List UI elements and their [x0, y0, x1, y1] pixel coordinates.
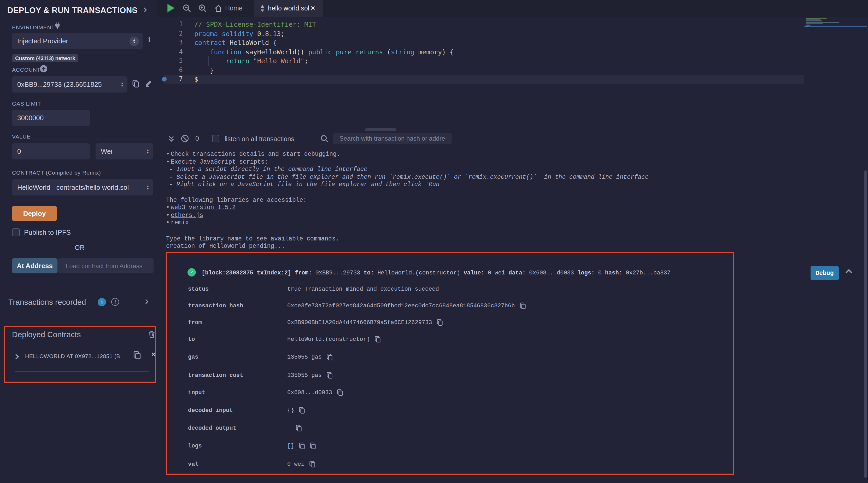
environment-select[interactable]: Injected Provider ▲ ▼ [12, 33, 143, 49]
code-line[interactable]: pragma solidity 0.8.13; [194, 29, 285, 38]
transactions-info-icon[interactable]: i [111, 298, 119, 306]
copy-value-icon[interactable] [299, 407, 305, 414]
receipt-value-text: 135055 gas [287, 353, 322, 361]
account-stepper-icon[interactable]: ▲ ▼ [121, 82, 124, 87]
environment-info-icon[interactable]: i [148, 35, 150, 44]
value-unit-select[interactable]: Wei ▲ ▼ [96, 143, 153, 160]
summary-segment: 0x27b...ba837 [622, 270, 671, 276]
bullet-icon: • [166, 150, 171, 158]
gas-limit-input[interactable] [17, 114, 85, 122]
tab-hello-world-sol[interactable]: hello world.sol × [254, 0, 323, 17]
receipt-summary[interactable]: [block:23082875 txIndex:2] from: 0xBB9..… [202, 269, 671, 277]
receipt-row-value: [] [287, 442, 316, 450]
at-address-input[interactable] [66, 262, 148, 269]
code-editor[interactable]: 1234567 // SPDX-License-Identifier: MITp… [157, 17, 868, 131]
code-line[interactable]: function sayHelloWorld() public pure ret… [194, 47, 454, 56]
close-tab-icon[interactable]: × [311, 4, 315, 12]
contract-value: HelloWorld - contracts/hello world.sol [17, 183, 129, 191]
unit-stepper-icon[interactable]: ▲ ▼ [146, 149, 149, 154]
summary-segment: to: [364, 270, 374, 276]
copy-value-icon[interactable] [299, 442, 305, 450]
receipt-row-label: decoded output [188, 424, 236, 432]
terminal-text: remix [171, 219, 189, 226]
line-number[interactable]: 4 [168, 47, 183, 56]
edit-account-pencil-icon[interactable] [145, 80, 153, 87]
panel-title: DEPLOY & RUN TRANSACTIONS [7, 6, 137, 15]
receipt-value-text: - [287, 424, 291, 432]
arrow-down-icon: ▼ [146, 151, 149, 154]
terminal-link[interactable]: ethers.js [171, 212, 203, 219]
zoom-in-icon[interactable] [198, 4, 207, 12]
deployed-contract-item[interactable]: HELLOWORLD AT 0X972...12851 (B [25, 353, 120, 359]
editor-tabbar: Home hello world.sol × [157, 0, 868, 17]
contract-expand-chevron-icon[interactable] [14, 353, 19, 360]
publish-ipfs-checkbox[interactable] [12, 228, 20, 236]
terminal-scrollbar[interactable] [864, 170, 867, 478]
line-number[interactable]: 1 [168, 20, 183, 29]
solidity-file-icon [259, 5, 265, 12]
value-input[interactable] [17, 147, 85, 155]
add-account-icon[interactable] [40, 65, 48, 73]
copy-contract-address-icon[interactable] [133, 351, 141, 360]
receipt-row-label: val [188, 460, 198, 468]
deployed-contracts-highlight-box: Deployed Contracts HELLOWORLD AT 0X972..… [4, 326, 156, 382]
remix-ide: DEPLOY & RUN TRANSACTIONS ✓ ENVIRONMENT … [0, 0, 868, 483]
terminal-line: - Input a script directly in the command… [169, 166, 367, 173]
copy-value-icon[interactable] [375, 336, 381, 343]
editor-minimap[interactable] [804, 18, 867, 49]
line-number[interactable]: 5 [168, 56, 183, 65]
tab-home[interactable]: Home [225, 5, 243, 12]
collapse-receipt-chevron-up-icon[interactable] [845, 269, 853, 274]
info-glyph: i [114, 299, 116, 305]
receipt-row-value: HelloWorld.(constructor) [287, 336, 381, 343]
terminal-link[interactable]: web3 version 1.5.2 [171, 204, 236, 211]
trash-icon[interactable] [148, 330, 155, 338]
transactions-expand-chevron-icon[interactable] [145, 299, 149, 305]
environment-stepper-icon[interactable]: ▲ ▼ [129, 36, 139, 46]
listen-all-transactions-checkbox[interactable] [212, 135, 219, 142]
debug-button[interactable]: Debug [811, 266, 839, 280]
contract-label: CONTRACT (Compiled by Remix) [12, 169, 101, 176]
contract-stepper-icon[interactable]: ▲ ▼ [146, 185, 149, 190]
line-number[interactable]: 2 [168, 29, 183, 38]
terminal-line: - Right click on a JavaScript file in th… [169, 180, 443, 188]
code-line[interactable]: contract HelloWorld { [194, 38, 277, 47]
code-line[interactable]: // SPDX-License-Identifier: MIT [194, 20, 316, 29]
account-select[interactable]: 0xBB9...29733 (23.6651825 ▲ ▼ [12, 76, 127, 92]
remove-contract-icon[interactable]: × [151, 350, 155, 358]
receipt-row-value: 0xBB900BbE1A20dA4d474666B79a5fa6CE126297… [287, 319, 443, 326]
run-script-play-icon[interactable] [167, 4, 175, 12]
line-number[interactable]: 6 [168, 65, 183, 75]
receipt-row-label: from [188, 319, 202, 326]
terminal-search-input[interactable] [338, 134, 446, 143]
zoom-out-icon[interactable] [183, 4, 191, 12]
arrow-down-icon: ▼ [121, 84, 124, 87]
copy-account-icon[interactable] [132, 80, 140, 88]
tab-file-label: hello world.sol [268, 5, 309, 12]
at-address-button[interactable]: At Address [12, 258, 57, 274]
home-icon[interactable] [214, 4, 222, 12]
panel-collapse-chevron-icon[interactable] [143, 7, 147, 13]
receipt-row-value: 135055 gas [287, 353, 333, 361]
copy-value-icon[interactable] [295, 424, 302, 432]
line-number[interactable]: 7 [168, 75, 183, 84]
copy-value-icon[interactable] [327, 353, 333, 361]
copy-value-icon[interactable] [337, 389, 343, 396]
copy-value-icon[interactable] [327, 372, 333, 379]
copy-value-icon[interactable] [437, 319, 443, 326]
line-number[interactable]: 3 [168, 38, 183, 47]
collapse-terminal-double-chevron-icon[interactable] [168, 135, 175, 143]
code-line[interactable]: return "Hello World"; [194, 56, 308, 65]
terminal-line: •remix [166, 219, 189, 226]
receipt-value-text: {} [287, 407, 294, 414]
compile-success-check-icon: ✓ [129, 6, 135, 14]
contract-select[interactable]: HelloWorld - contracts/hello world.sol ▲… [12, 179, 153, 196]
breakpoint-dot-icon[interactable] [162, 77, 166, 82]
code-line[interactable]: $ [194, 75, 198, 84]
code-line[interactable]: } [194, 65, 214, 75]
copy-value-icon[interactable] [309, 460, 315, 468]
clear-console-ban-icon[interactable] [181, 134, 189, 143]
deploy-button[interactable]: Deploy [12, 206, 57, 221]
copy-value-icon[interactable] [310, 442, 316, 450]
copy-value-icon[interactable] [519, 302, 526, 309]
